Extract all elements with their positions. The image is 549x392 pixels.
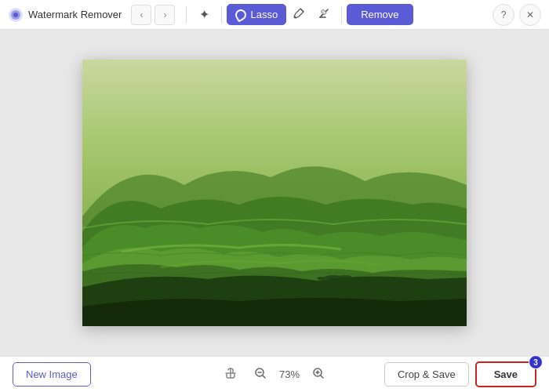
- zoom-out-icon: [254, 367, 267, 382]
- zoom-out-button[interactable]: [249, 364, 271, 386]
- forward-button[interactable]: ›: [155, 5, 175, 25]
- svg-point-7: [317, 277, 326, 280]
- landscape-svg: [82, 60, 467, 326]
- pan-icon: [224, 367, 237, 382]
- pan-tool-button[interactable]: [220, 364, 242, 386]
- save-button-wrapper: Save 3: [475, 361, 536, 387]
- svg-point-2: [13, 13, 18, 17]
- pen-tool-button[interactable]: [286, 2, 311, 27]
- help-icon: ?: [501, 9, 507, 20]
- svg-rect-3: [321, 9, 326, 15]
- window-controls: ? ✕: [493, 4, 541, 26]
- zoom-level: 73%: [279, 368, 300, 380]
- pen-icon: [293, 7, 305, 23]
- help-button[interactable]: ?: [493, 4, 514, 26]
- lasso-label: Lasso: [250, 9, 278, 20]
- lasso-tool-button[interactable]: Lasso: [227, 4, 286, 25]
- save-button[interactable]: Save: [475, 361, 536, 387]
- nav-buttons: ‹ ›: [131, 5, 175, 25]
- bottom-bar: New Image 73%: [0, 356, 549, 392]
- back-icon: ‹: [140, 9, 143, 20]
- back-button[interactable]: ‹: [131, 5, 151, 25]
- svg-point-6: [339, 275, 351, 278]
- crop-save-button[interactable]: Crop & Save: [384, 362, 469, 387]
- separator-2: [221, 6, 222, 24]
- magic-tool-button[interactable]: ✦: [191, 2, 216, 27]
- forward-icon: ›: [163, 9, 166, 20]
- right-action-buttons: Crop & Save Save 3: [384, 361, 536, 387]
- separator-1: [186, 6, 187, 24]
- titlebar: Watermark Remover ‹ › ✦ Lasso: [0, 0, 549, 30]
- close-icon: ✕: [526, 9, 534, 20]
- separator-3: [341, 6, 342, 24]
- main-canvas-area: [0, 30, 549, 356]
- zoom-controls: 73%: [220, 364, 329, 386]
- app-logo: [8, 7, 24, 23]
- app-title: Watermark Remover: [28, 9, 122, 20]
- lasso-circle-icon: [234, 7, 249, 22]
- magic-icon: ✦: [199, 7, 209, 22]
- image-container: [82, 60, 467, 326]
- zoom-in-button[interactable]: [307, 364, 329, 386]
- new-image-button[interactable]: New Image: [13, 362, 91, 387]
- landscape-image: [82, 60, 467, 326]
- zoom-in-icon: [312, 367, 325, 382]
- remove-button[interactable]: Remove: [347, 4, 413, 25]
- close-button[interactable]: ✕: [519, 4, 541, 26]
- save-badge: 3: [529, 355, 543, 369]
- eraser-tool-button[interactable]: [311, 2, 336, 27]
- eraser-icon: [318, 7, 330, 23]
